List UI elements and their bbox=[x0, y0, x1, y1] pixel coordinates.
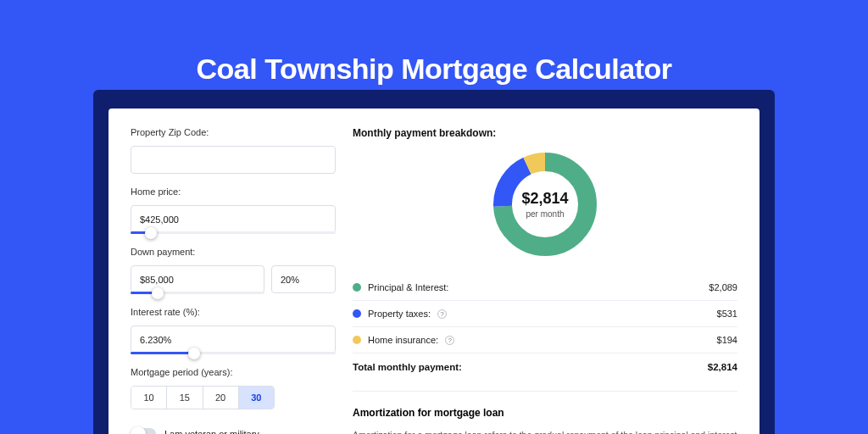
breakdown-column: Monthly payment breakdown: $2,814 per mo… bbox=[353, 127, 737, 434]
interest-label: Interest rate (%): bbox=[131, 307, 336, 317]
breakdown-title: Monthly payment breakdown: bbox=[353, 127, 737, 139]
period-label: Mortgage period (years): bbox=[131, 367, 336, 377]
info-icon[interactable]: ? bbox=[437, 309, 447, 319]
amortization-section: Amortization for mortgage loan Amortizat… bbox=[353, 391, 737, 434]
home-price-slider[interactable] bbox=[131, 231, 336, 234]
interest-input[interactable] bbox=[131, 326, 336, 353]
donut-chart: $2,814 per month bbox=[490, 149, 600, 259]
zip-label: Property Zip Code: bbox=[131, 127, 336, 137]
field-zip: Property Zip Code: bbox=[131, 127, 336, 174]
down-payment-label: Down payment: bbox=[131, 247, 336, 257]
field-home-price: Home price: bbox=[131, 186, 336, 234]
down-payment-input[interactable] bbox=[131, 265, 264, 293]
breakdown-row-principal: Principal & Interest: $2,089 bbox=[353, 275, 737, 301]
period-tab-20[interactable]: 20 bbox=[203, 387, 239, 409]
slider-thumb[interactable] bbox=[145, 227, 157, 239]
breakdown-value: $2,089 bbox=[709, 282, 737, 292]
legend-dot bbox=[353, 283, 361, 292]
breakdown-total-row: Total monthly payment: $2,814 bbox=[353, 353, 737, 372]
breakdown-row-insurance: Home insurance: ? $194 bbox=[353, 327, 737, 353]
down-payment-pct-input[interactable] bbox=[271, 265, 336, 293]
interest-slider[interactable] bbox=[131, 352, 336, 354]
period-tab-15[interactable]: 15 bbox=[167, 387, 203, 409]
period-tab-30[interactable]: 30 bbox=[239, 387, 274, 409]
toggle-knob bbox=[131, 426, 146, 434]
total-value: $2,814 bbox=[708, 362, 737, 372]
form-column: Property Zip Code: Home price: Down paym… bbox=[131, 127, 336, 434]
amortization-title: Amortization for mortgage loan bbox=[353, 407, 737, 419]
slider-thumb[interactable] bbox=[152, 287, 164, 299]
field-interest-rate: Interest rate (%): bbox=[131, 307, 336, 354]
veteran-toggle[interactable] bbox=[131, 428, 156, 434]
home-price-label: Home price: bbox=[131, 186, 336, 197]
home-price-input[interactable] bbox=[131, 205, 336, 233]
legend-dot bbox=[353, 309, 361, 318]
field-mortgage-period: Mortgage period (years): 10 15 20 30 bbox=[131, 367, 336, 409]
breakdown-value: $194 bbox=[717, 335, 737, 345]
down-payment-slider[interactable] bbox=[131, 292, 264, 294]
zip-input[interactable] bbox=[131, 146, 336, 174]
legend-dot bbox=[353, 336, 361, 344]
period-tabs: 10 15 20 30 bbox=[131, 386, 275, 409]
donut-center-label: $2,814 per month bbox=[521, 190, 568, 219]
total-label: Total monthly payment: bbox=[353, 362, 462, 372]
breakdown-label: Home insurance: bbox=[368, 335, 438, 345]
breakdown-value: $531 bbox=[717, 309, 737, 319]
calculator-card: Property Zip Code: Home price: Down paym… bbox=[108, 108, 760, 434]
breakdown-label: Property taxes: bbox=[368, 309, 431, 319]
breakdown-row-taxes: Property taxes: ? $531 bbox=[353, 301, 737, 327]
amortization-text: Amortization for a mortgage loan refers … bbox=[353, 429, 737, 434]
page-title: Coal Township Mortgage Calculator bbox=[0, 0, 868, 86]
info-icon[interactable]: ? bbox=[445, 336, 454, 345]
breakdown-label: Principal & Interest: bbox=[368, 282, 448, 292]
donut-sublabel: per month bbox=[521, 209, 568, 219]
slider-thumb[interactable] bbox=[188, 348, 200, 359]
donut-chart-wrap: $2,814 per month bbox=[353, 149, 737, 259]
donut-amount: $2,814 bbox=[521, 190, 568, 208]
veteran-label: I am veteran or military bbox=[164, 429, 259, 434]
field-down-payment: Down payment: bbox=[131, 247, 336, 294]
veteran-row: I am veteran or military bbox=[131, 428, 336, 434]
period-tab-10[interactable]: 10 bbox=[131, 387, 167, 409]
